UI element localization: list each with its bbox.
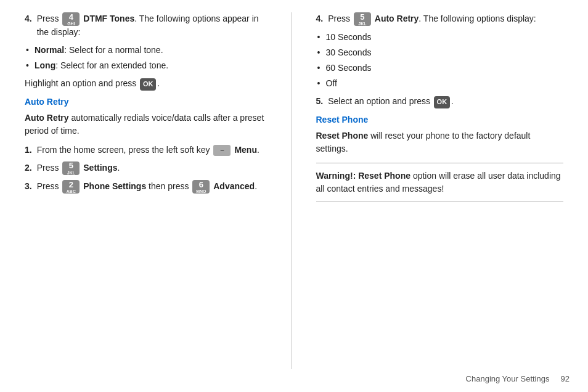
- content-columns: 4. Press 4 GHI DTMF Tones. The following…: [18, 12, 570, 369]
- key-4-ghi: 4 GHI: [62, 12, 80, 26]
- step-4-left: 4. Press 4 GHI DTMF Tones. The following…: [25, 12, 272, 39]
- footer-page: 92: [561, 374, 570, 383]
- step-4-right-content: Press 5 JKL Auto Retry. The following op…: [328, 12, 563, 26]
- right-column: 4. Press 5 JKL Auto Retry. The following…: [310, 12, 570, 369]
- step-3-number: 3.: [25, 180, 32, 194]
- step-1-number: 1.: [25, 144, 32, 157]
- step-2-number: 2.: [25, 161, 32, 175]
- phone-settings-label: Phone Settings: [83, 181, 146, 191]
- step-1: 1. From the home screen, press the left …: [25, 144, 272, 157]
- auto-retry-btn-label: Auto Retry: [375, 14, 419, 23]
- step-4-left-content: Press 4 GHI DTMF Tones. The following op…: [37, 12, 272, 39]
- ok-button-right: OK: [434, 96, 450, 108]
- reset-phone-bold: Reset Phone: [316, 131, 369, 141]
- highlight-line: Highlight an option and press OK.: [25, 77, 272, 90]
- dtmf-tones-label: DTMF Tones: [83, 14, 134, 23]
- key-5-jkl-step4: 5 JKL: [354, 12, 371, 26]
- retry-bullets: 10 Seconds 30 Seconds 60 Seconds Off: [316, 31, 564, 90]
- auto-retry-body: Auto Retry automatically redials voice/d…: [25, 112, 272, 137]
- advanced-label: Advanced: [213, 181, 255, 191]
- bullet-30sec: 30 Seconds: [316, 46, 564, 59]
- step-4-right-number: 4.: [316, 12, 324, 26]
- step-4-left-number: 4.: [25, 12, 32, 39]
- footer: Changing Your Settings 92: [18, 369, 570, 386]
- key-5-jkl-step2: 5 JKL: [62, 161, 80, 175]
- step-5: 5. Select an option and press OK.: [316, 95, 564, 108]
- bullet-long: Long: Select for an extended tone.: [25, 59, 272, 72]
- step-4-press-text: Press: [37, 14, 59, 23]
- ok-button-left: OK: [140, 78, 156, 91]
- footer-label: Changing Your Settings: [466, 374, 550, 383]
- auto-retry-bold: Auto Retry: [25, 113, 69, 123]
- dtmf-bullets: Normal: Select for a normal tone. Long: …: [25, 44, 272, 72]
- bullet-60sec: 60 Seconds: [316, 62, 564, 75]
- step-5-content: Select an option and press OK.: [328, 95, 563, 108]
- reset-phone-body: Reset Phone will reset your phone to the…: [316, 129, 564, 155]
- warning-bold: Warning!: Reset Phone: [316, 171, 411, 181]
- auto-retry-title: Auto Retry: [25, 97, 272, 107]
- key-2-abc: 2 ABC: [62, 180, 80, 194]
- step-3: 3. Press 2 ABC Phone Settings then press…: [25, 180, 272, 194]
- warning-box: Warning!: Reset Phone option will erase …: [316, 163, 564, 202]
- step-4-right: 4. Press 5 JKL Auto Retry. The following…: [316, 12, 564, 26]
- bullet-10sec: 10 Seconds: [316, 31, 564, 44]
- menu-soft-key: –: [213, 145, 231, 156]
- bullet-off: Off: [316, 77, 564, 90]
- reset-phone-title: Reset Phone: [316, 115, 564, 125]
- key-6-mno: 6 MNO: [192, 180, 210, 194]
- bullet-normal: Normal: Select for a normal tone.: [25, 44, 272, 57]
- step-5-number: 5.: [316, 95, 324, 108]
- step-2-content: Press 5 JKL Settings.: [37, 161, 272, 175]
- step-2: 2. Press 5 JKL Settings.: [25, 161, 272, 175]
- page: 4. Press 4 GHI DTMF Tones. The following…: [0, 0, 588, 392]
- settings-label: Settings: [83, 163, 117, 173]
- step-1-content: From the home screen, press the left sof…: [37, 144, 272, 157]
- left-column: 4. Press 4 GHI DTMF Tones. The following…: [18, 12, 292, 369]
- step-3-content: Press 2 ABC Phone Settings then press 6 …: [37, 180, 272, 194]
- menu-label: Menu: [234, 145, 257, 155]
